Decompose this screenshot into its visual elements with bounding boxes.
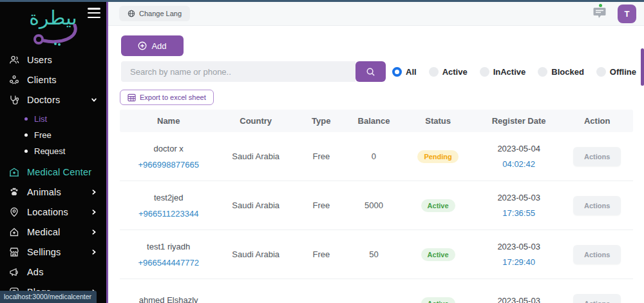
filter-label: Active — [442, 67, 468, 77]
register-date: 2023-05-03 — [497, 193, 540, 202]
sidebar-item-clients[interactable]: Clients — [0, 70, 106, 90]
clients-icon — [9, 74, 20, 85]
filter-inactive[interactable]: InActive — [480, 67, 526, 77]
main-content: Add AllActiveInActiveBlockedOffline Expo… — [108, 26, 644, 303]
add-button-label: Add — [151, 41, 166, 51]
type-cell: Free — [294, 152, 348, 161]
sidebar-item-label: Users — [27, 55, 52, 65]
sidebar-item-medical[interactable]: Medical — [0, 222, 106, 242]
register-time: 17:29:40 — [502, 257, 535, 267]
sidebar-item-label: Medical — [27, 227, 60, 237]
status-badge: Active — [421, 199, 455, 212]
globe-icon — [128, 10, 135, 17]
country-cell: Saudi Arabia — [217, 249, 294, 259]
status-badge: Pending — [417, 150, 458, 163]
plus-circle-icon — [138, 41, 147, 50]
register-date: 2023-05-04 — [497, 144, 540, 153]
column-header: Status — [399, 116, 477, 126]
balance-cell: 0 — [348, 152, 400, 161]
sidebar-item-locations[interactable]: Locations — [0, 202, 106, 222]
sidebar-item-doctors[interactable]: Doctors — [0, 90, 106, 110]
sidebar-subitem-label: Request — [34, 146, 65, 156]
sidebar-item-label: Animals — [27, 187, 61, 197]
sidebar-item-medical-center[interactable]: Medical Center — [0, 162, 106, 182]
messages-icon[interactable] — [593, 7, 607, 20]
chevron-right-icon — [91, 229, 97, 235]
column-header: Name — [120, 116, 217, 126]
doctor-name: doctor x — [154, 144, 184, 153]
sidebar-item-label: Locations — [27, 207, 68, 217]
actions-button[interactable]: Actions — [573, 147, 621, 166]
filter-blocked[interactable]: Blocked — [538, 67, 584, 77]
filter-label: Offline — [610, 67, 636, 77]
sidebar-subitem-request[interactable]: Request — [24, 143, 106, 159]
locations-icon — [9, 206, 20, 217]
actions-button[interactable]: Actions — [573, 294, 621, 303]
search-button[interactable] — [355, 61, 386, 82]
change-lang-button[interactable]: Change Lang — [119, 6, 190, 21]
sidebar-subitem-label: Free — [34, 130, 52, 140]
sidebar: بيطرة UsersClientsDoctorsListFreeRequest… — [0, 2, 108, 303]
change-lang-label: Change Lang — [139, 10, 182, 17]
table-row: test2jed+966511223344Saudi ArabiaFree500… — [120, 181, 633, 230]
export-excel-button[interactable]: Export to excel sheet — [120, 90, 214, 105]
table-row: ahmed ElshazlyActive2023-05-03Actions — [120, 279, 633, 303]
export-excel-label: Export to excel sheet — [140, 93, 206, 101]
doctor-name: test2jed — [154, 193, 184, 202]
type-cell: Free — [294, 200, 348, 210]
vertical-scrollbar-thumb[interactable] — [641, 48, 644, 86]
column-header: Type — [294, 116, 348, 126]
chevron-right-icon — [91, 209, 97, 215]
actions-button[interactable]: Actions — [573, 245, 621, 264]
filter-all[interactable]: All — [392, 67, 417, 77]
sidebar-item-sellings[interactable]: Sellings — [0, 242, 106, 262]
table-row: test1 riyadh+966544447772Saudi ArabiaFre… — [120, 230, 633, 279]
app-window: بيطرة UsersClientsDoctorsListFreeRequest… — [0, 0, 644, 303]
notification-dot — [599, 4, 602, 7]
sidebar-item-users[interactable]: Users — [0, 50, 106, 70]
table-row: doctor x+966998877665Saudi ArabiaFree0Pe… — [120, 132, 633, 181]
topbar-right: T — [593, 5, 644, 23]
animals-icon — [9, 186, 20, 197]
phone-link[interactable]: +966511223344 — [138, 209, 198, 219]
status-url-tooltip: localhost:3000/medicalcenter — [0, 291, 97, 303]
sidebar-item-animals[interactable]: Animals — [0, 182, 106, 202]
window-top-strip — [0, 0, 644, 2]
sidebar-subitem-label: List — [34, 114, 47, 124]
doctors-icon — [9, 94, 20, 105]
column-header: Balance — [348, 116, 400, 126]
doctors-submenu: ListFreeRequest — [0, 110, 106, 162]
filter-offline[interactable]: Offline — [596, 67, 636, 77]
search-input[interactable] — [121, 61, 355, 82]
chevron-down-icon — [91, 97, 97, 103]
column-header: Country — [217, 116, 294, 126]
filter-label: Blocked — [551, 67, 584, 77]
excel-icon — [128, 93, 136, 102]
medical-center-icon — [9, 166, 20, 177]
search-icon — [366, 67, 375, 77]
country-cell: Saudi Arabia — [217, 152, 294, 161]
sidebar-item-ads[interactable]: Ads — [0, 262, 106, 282]
phone-link[interactable]: +966998877665 — [138, 160, 199, 170]
sidebar-subitem-list[interactable]: List — [24, 111, 106, 127]
register-time: 04:02:42 — [502, 159, 535, 169]
add-button[interactable]: Add — [121, 35, 184, 56]
status-filters: AllActiveInActiveBlockedOffline — [392, 67, 636, 77]
sidebar-item-label: Doctors — [27, 95, 60, 105]
filter-active[interactable]: Active — [429, 67, 468, 77]
hamburger-menu-icon[interactable] — [88, 8, 100, 18]
sidebar-subitem-free[interactable]: Free — [24, 127, 106, 143]
table-body: doctor x+966998877665Saudi ArabiaFree0Pe… — [120, 132, 633, 303]
bullet-icon — [24, 150, 28, 153]
topbar: Change Lang T — [108, 2, 644, 26]
bullet-icon — [24, 117, 28, 121]
actions-button[interactable]: Actions — [573, 196, 621, 215]
sidebar-item-label: Ads — [27, 267, 44, 277]
search-row: AllActiveInActiveBlockedOffline — [121, 61, 636, 82]
users-icon — [9, 54, 20, 65]
user-avatar[interactable]: T — [618, 5, 636, 23]
phone-link[interactable]: +966544447772 — [138, 258, 199, 268]
radio-icon — [480, 67, 489, 77]
register-date: 2023-05-03 — [497, 296, 540, 303]
filter-label: InActive — [493, 67, 526, 77]
